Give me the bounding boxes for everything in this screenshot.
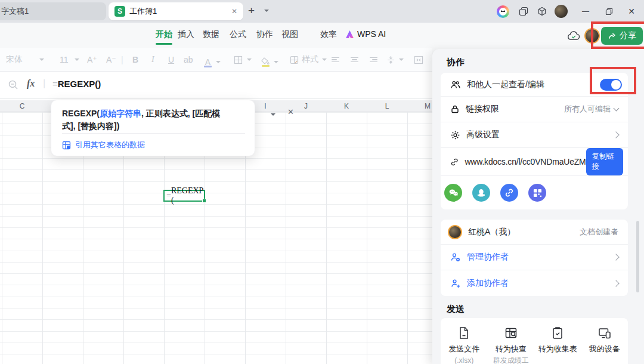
fx-icon[interactable]: fx — [27, 78, 35, 89]
popup-close-icon[interactable]: ✕ — [287, 107, 294, 116]
add-collaborator-icon — [450, 278, 461, 289]
manage-collaborators-label: 管理协作者 — [467, 252, 509, 263]
close-button[interactable]: ✕ — [624, 4, 639, 18]
add-collaborator-label: 添加协作者 — [467, 278, 509, 289]
advanced-settings-label: 高级设置 — [466, 129, 500, 140]
collaborators-card: 红桃A（我） 文档创建者 管理协作者 添加协作者 — [441, 220, 628, 296]
font-name-select[interactable]: 宋体 — [6, 48, 44, 72]
advanced-settings-row[interactable]: 高级设置 — [441, 122, 628, 148]
devices-icon — [597, 326, 612, 340]
collab-toggle-row[interactable]: 和他人一起查看/编辑 — [441, 73, 628, 97]
column-header: M — [425, 102, 431, 110]
increase-font-button[interactable]: A⁺ — [87, 48, 97, 72]
convert-collect-form-item[interactable]: 转为收集表 — [535, 326, 580, 364]
panel-scrollbar[interactable] — [636, 221, 639, 292]
font-color-button[interactable]: A — [204, 50, 221, 74]
ribbon-tab-data[interactable]: 数据 — [203, 29, 219, 40]
popup-divider — [62, 133, 245, 134]
share-link-row: www.kdocs.cn/l/cc0VNDmaUeZM 复制链接 — [441, 148, 628, 176]
owner-role: 文档创建者 — [580, 227, 618, 237]
app-center-cube-icon[interactable] — [535, 4, 549, 18]
align-right-button[interactable] — [370, 48, 377, 72]
collaboration-panel: 协作 和他人一起查看/编辑 链接权限 所有人可编辑 高级设置 — [432, 49, 644, 364]
account-avatar-ring[interactable] — [584, 28, 600, 44]
social-share-row — [441, 176, 628, 209]
ribbon-tab-wps-ai[interactable]: WPS AI — [357, 29, 386, 39]
minimize-button[interactable]: — — [578, 4, 593, 18]
ribbon-tab-insert[interactable]: 插入 — [178, 29, 194, 40]
add-collaborator-row[interactable]: 添加协作者 — [441, 270, 628, 296]
ribbon-tab-collab[interactable]: 协作 — [256, 29, 273, 40]
fill-color-button[interactable] — [261, 50, 278, 74]
borders-button[interactable] — [234, 48, 252, 72]
tab-close-icon[interactable]: ✕ — [231, 7, 237, 16]
font-size-select[interactable]: 11 — [60, 48, 79, 72]
italic-button[interactable]: I — [151, 48, 154, 72]
table-search-icon — [504, 326, 518, 340]
vertical-align-button[interactable] — [386, 48, 404, 72]
ribbon-tab-view[interactable]: 视图 — [281, 29, 298, 40]
fill-handle[interactable] — [202, 199, 206, 203]
share-url[interactable]: www.kdocs.cn/l/cc0VNDmaUeZM — [465, 157, 586, 166]
strikethrough-button[interactable]: ab — [184, 48, 193, 72]
ribbon-tab-formula[interactable]: 公式 — [230, 29, 246, 40]
formula-input[interactable]: =REGEXP() — [52, 79, 101, 89]
windows-stack-icon[interactable] — [516, 4, 531, 18]
column-header: I — [264, 102, 266, 110]
titlebar: 字文稿1 S 工作簿1 ✕ + — ✕ — [0, 0, 644, 23]
new-tab-button[interactable]: + — [248, 4, 255, 17]
function-hint-popup: REGEXP(原始字符串, 正则表达式, [匹配模式], [替换内容]) ✕ 引… — [51, 100, 255, 156]
send-file-item[interactable]: 发送文件 (.xlsx) — [441, 326, 487, 364]
owner-name: 红桃A（我） — [468, 227, 515, 237]
people-icon — [450, 79, 461, 90]
ribbon-tab-efficiency[interactable]: 效率 — [320, 29, 337, 40]
popup-collapse-chevron-icon[interactable] — [271, 113, 275, 116]
assistant-icon[interactable] — [497, 5, 509, 18]
tab-document[interactable]: 字文稿1 — [0, 2, 106, 20]
formula-bar[interactable]: fx | =REGEXP() — [0, 72, 432, 99]
tab-document-label: 字文稿1 — [1, 6, 29, 17]
ribbon-tab-home[interactable]: 开始 — [156, 29, 172, 40]
collab-toggle-switch[interactable] — [600, 79, 622, 91]
spreadsheet-logo-icon: S — [114, 6, 125, 17]
cloud-sync-icon[interactable] — [566, 29, 581, 45]
add-chevron-icon — [612, 280, 619, 286]
collab-toggle-label: 和他人一起查看/编辑 — [467, 79, 544, 90]
advanced-chevron-icon — [612, 131, 619, 138]
link-permission-value[interactable]: 所有人可编辑 — [564, 104, 611, 115]
link-permission-row[interactable]: 链接权限 所有人可编辑 — [441, 97, 628, 122]
cell-style-button[interactable]: 样式 — [290, 48, 327, 72]
align-left-button[interactable] — [332, 48, 339, 72]
convert-quick-view-item[interactable]: 转为快查 群发成绩工资 — [488, 326, 534, 364]
manage-chevron-icon — [612, 254, 619, 260]
manage-collaborators-row[interactable]: 管理协作者 — [441, 245, 628, 270]
search-icon[interactable] — [8, 79, 18, 92]
qr-code-icon[interactable] — [528, 184, 546, 202]
qq-icon[interactable] — [472, 184, 490, 202]
bold-button[interactable]: B — [132, 48, 138, 72]
decrease-font-button[interactable]: A⁻ — [106, 48, 116, 72]
link-permission-label: 链接权限 — [466, 104, 499, 115]
clipboard-check-icon — [550, 326, 565, 340]
merge-cells-button[interactable] — [414, 48, 423, 72]
wechat-icon[interactable] — [444, 184, 462, 202]
align-center-button[interactable] — [351, 48, 358, 72]
restore-button[interactable] — [602, 4, 616, 18]
tab-list-chevron-icon[interactable] — [264, 10, 269, 12]
copy-link-circle-icon[interactable] — [500, 184, 518, 202]
tab-workbook[interactable]: S 工作簿1 ✕ — [109, 2, 243, 20]
user-avatar[interactable] — [555, 5, 568, 18]
gear-icon — [450, 130, 460, 140]
panel-title: 协作 — [447, 57, 465, 68]
column-header: L — [385, 102, 389, 110]
underline-button[interactable]: U — [168, 48, 174, 72]
share-arrow-icon — [608, 32, 617, 41]
copy-link-button[interactable]: 复制链接 — [586, 148, 623, 175]
my-devices-item[interactable]: 我的设备 — [582, 326, 627, 364]
active-cell[interactable]: =REGEXP ( — [163, 190, 205, 202]
owner-avatar — [448, 225, 462, 239]
ribbon-active-underline — [156, 43, 172, 45]
reference-other-sheet-link[interactable]: 引用其它表格的数据 — [62, 140, 145, 150]
share-button[interactable]: 分享 — [601, 27, 643, 45]
permission-chevron-icon — [614, 105, 620, 111]
